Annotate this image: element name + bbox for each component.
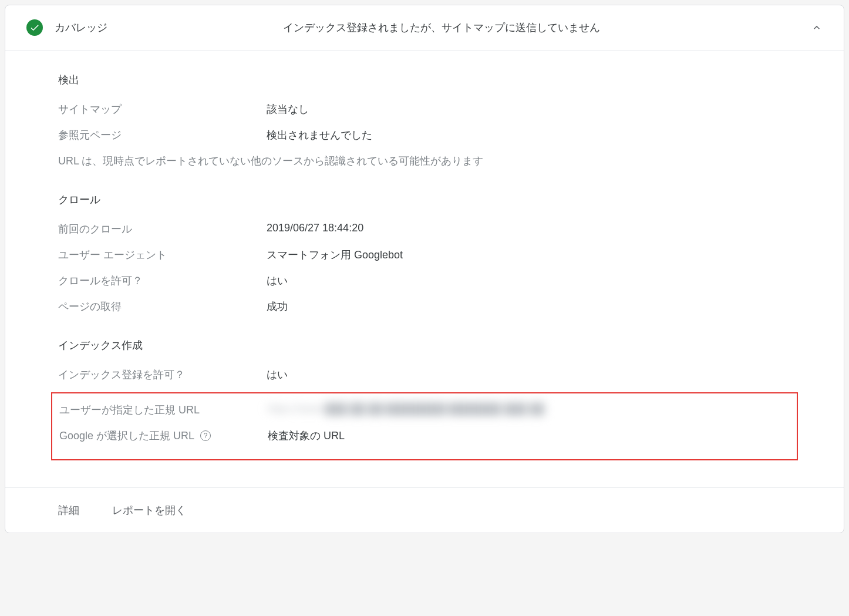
row-value: 成功	[267, 299, 791, 314]
row-user-agent: ユーザー エージェント スマートフォン用 Googlebot	[58, 248, 791, 262]
row-value: はい	[267, 368, 791, 382]
row-label: Google が選択した正規 URL ?	[59, 429, 268, 443]
row-label: 参照元ページ	[58, 128, 267, 142]
row-user-canonical: ユーザーが指定した正規 URL https://www.███.██.██/██…	[59, 403, 790, 417]
header-status: インデックス登録されましたが、サイトマップに送信していません	[107, 21, 776, 35]
row-indexing-allowed: インデックス登録を許可？ はい	[58, 368, 791, 382]
row-value-blurred: https://www.███.██.██/████████/███████ █…	[268, 403, 790, 415]
row-value: 該当なし	[267, 102, 791, 116]
row-label: ユーザーが指定した正規 URL	[59, 403, 268, 417]
card-body: 検出 サイトマップ 該当なし 参照元ページ 検出されませんでした URL は、現…	[5, 51, 844, 466]
row-last-crawl: 前回のクロール 2019/06/27 18:44:20	[58, 222, 791, 236]
row-label: 前回のクロール	[58, 222, 267, 236]
row-value: 2019/06/27 18:44:20	[267, 222, 791, 234]
card-footer: 詳細 レポートを開く	[5, 487, 844, 533]
row-label: クロールを許可？	[58, 274, 267, 288]
row-value: スマートフォン用 Googlebot	[267, 248, 791, 262]
open-report-link[interactable]: レポートを開く	[112, 503, 186, 517]
row-label: ユーザー エージェント	[58, 248, 267, 262]
section-heading-indexing: インデックス作成	[58, 338, 791, 352]
highlight-box: ユーザーが指定した正規 URL https://www.███.██.██/██…	[51, 392, 798, 460]
help-icon[interactable]: ?	[200, 430, 211, 441]
section-heading-crawl: クロール	[58, 193, 791, 207]
row-crawl-allowed: クロールを許可？ はい	[58, 274, 791, 288]
section-heading-discovery: 検出	[58, 73, 791, 87]
row-google-canonical: Google が選択した正規 URL ? 検査対象の URL	[59, 429, 790, 443]
header-title: カバレッジ	[55, 21, 107, 35]
chevron-up-icon[interactable]	[811, 22, 823, 33]
row-value: はい	[267, 274, 791, 288]
row-label: ページの取得	[58, 299, 267, 314]
check-icon	[26, 19, 43, 36]
row-page-fetch: ページの取得 成功	[58, 299, 791, 314]
row-label: サイトマップ	[58, 102, 267, 116]
row-referrer: 参照元ページ 検出されませんでした	[58, 128, 791, 142]
card-header[interactable]: カバレッジ インデックス登録されましたが、サイトマップに送信していません	[5, 5, 844, 51]
discovery-note: URL は、現時点でレポートされていない他のソースから認識されている可能性があり…	[58, 154, 791, 168]
row-value: 検査対象の URL	[268, 429, 790, 443]
coverage-card: カバレッジ インデックス登録されましたが、サイトマップに送信していません 検出 …	[5, 5, 844, 533]
details-link[interactable]: 詳細	[58, 503, 79, 517]
row-value: 検出されませんでした	[267, 128, 791, 142]
row-label: インデックス登録を許可？	[58, 368, 267, 382]
row-sitemap: サイトマップ 該当なし	[58, 102, 791, 116]
